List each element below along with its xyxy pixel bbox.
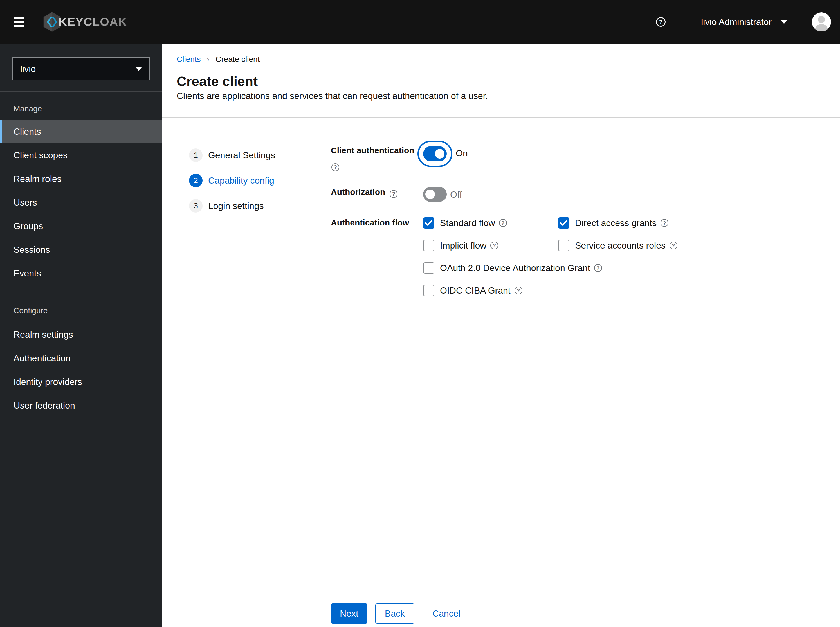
nav-group-manage: ManageClientsClient scopesRealm rolesUse… [0, 105, 162, 285]
realm-name: livio [20, 64, 36, 74]
help-icon[interactable] [656, 17, 666, 27]
sidebar-item-authentication[interactable]: Authentication [0, 347, 162, 370]
wizard-step-capability-config[interactable]: 2Capability config [189, 174, 316, 187]
user-name: livio Administrator [701, 17, 772, 27]
breadcrumb-separator-icon: › [207, 55, 210, 63]
step-label: Login settings [208, 201, 264, 211]
sidebar-item-events[interactable]: Events [0, 262, 162, 285]
wizard-footer: Next Back Cancel [331, 603, 461, 624]
step-number: 1 [189, 148, 202, 162]
flow-option-label: Service accounts roles [575, 240, 666, 251]
next-button[interactable]: Next [331, 603, 367, 624]
sidebar-item-identity-providers[interactable]: Identity providers [0, 370, 162, 394]
sidebar-item-client-scopes[interactable]: Client scopes [0, 143, 162, 167]
checkbox-oauth-2-0-device-authorization-grant[interactable] [423, 262, 434, 274]
authorization-help-icon[interactable] [390, 190, 398, 198]
wizard-step-general-settings[interactable]: 1General Settings [189, 148, 316, 162]
cancel-button[interactable]: Cancel [433, 608, 461, 619]
step-label: General Settings [208, 150, 275, 161]
sidebar-item-realm-roles[interactable]: Realm roles [0, 167, 162, 191]
help-icon-oidc-ciba-grant[interactable] [515, 287, 523, 295]
user-menu[interactable]: livio Administrator [701, 17, 787, 27]
flow-option-oidc-ciba-grant: OIDC CIBA Grant [423, 285, 558, 296]
client-authentication-label: Client authentication [331, 145, 423, 172]
flow-option-implicit-flow: Implicit flow [423, 240, 558, 251]
flow-option-label: OAuth 2.0 Device Authorization Grant [440, 263, 590, 273]
wizard-nav: 1General Settings2Capability config3Logi… [162, 118, 316, 627]
help-icon-standard-flow[interactable] [499, 219, 507, 227]
field-authorization: Authorization Off [331, 187, 840, 202]
breadcrumb-clients[interactable]: Clients [177, 55, 201, 63]
nav-group-configure: ConfigureRealm settingsAuthenticationIde… [0, 306, 162, 417]
capability-config-form: Client authentication On Authorization [316, 118, 840, 627]
flow-option-label: Direct access grants [575, 218, 657, 228]
help-icon-direct-access-grants[interactable] [660, 219, 668, 227]
main-content: Clients › Create client Create client Cl… [162, 44, 840, 627]
sidebar-item-realm-settings[interactable]: Realm settings [0, 323, 162, 347]
flow-option-label: Implicit flow [440, 240, 486, 251]
flow-option-service-accounts-roles: Service accounts roles [558, 240, 677, 251]
nav-toggle-icon[interactable] [14, 17, 24, 27]
page-title: Create client [177, 74, 826, 90]
flow-option-label: OIDC CIBA Grant [440, 285, 511, 296]
help-icon-oauth-2-0-device-authorization-grant[interactable] [594, 264, 602, 272]
checkbox-standard-flow[interactable] [423, 217, 434, 228]
field-client-authentication: Client authentication On [331, 140, 840, 172]
keycloak-admin-console: KEYCLOAK livio Administrator livio Manag… [0, 0, 840, 627]
flow-option-oauth-2-0-device-authorization-grant: OAuth 2.0 Device Authorization Grant [423, 262, 558, 274]
checkbox-oidc-ciba-grant[interactable] [423, 285, 434, 296]
client-authentication-toggle-ring [417, 140, 452, 167]
step-number: 2 [189, 174, 202, 187]
flow-option-standard-flow: Standard flow [423, 217, 558, 228]
realm-selector[interactable]: livio [13, 57, 150, 80]
page-subtitle: Clients are applications and services th… [177, 91, 826, 101]
brand-text: KEYCLOAK [58, 15, 127, 29]
keycloak-logo: KEYCLOAK [42, 11, 127, 33]
flow-option-label: Standard flow [440, 218, 495, 228]
breadcrumb-current: Create client [215, 55, 260, 63]
authorization-label: Authorization [331, 187, 423, 198]
sidebar-item-sessions[interactable]: Sessions [0, 238, 162, 262]
breadcrumb: Clients › Create client [177, 55, 826, 63]
field-authentication-flow: Authentication flow Standard flowDirect … [331, 217, 840, 296]
authorization-toggle[interactable] [423, 187, 447, 202]
client-authentication-state: On [456, 148, 468, 159]
step-number: 3 [189, 199, 202, 213]
sidebar-item-user-federation[interactable]: User federation [0, 394, 162, 417]
sidebar: livio ManageClientsClient scopesRealm ro… [0, 44, 162, 627]
checkbox-implicit-flow[interactable] [423, 240, 434, 251]
checkbox-service-accounts-roles[interactable] [558, 240, 569, 251]
realm-selector-section: livio [0, 44, 162, 92]
back-button[interactable]: Back [375, 603, 414, 624]
caret-down-icon [781, 20, 787, 24]
sidebar-item-groups[interactable]: Groups [0, 214, 162, 238]
sidebar-item-users[interactable]: Users [0, 191, 162, 214]
help-icon-service-accounts-roles[interactable] [669, 241, 677, 249]
help-icon-implicit-flow[interactable] [490, 241, 498, 249]
sidebar-item-clients[interactable]: Clients [0, 120, 162, 143]
flow-option-direct-access-grants: Direct access grants [558, 217, 677, 228]
checkbox-direct-access-grants[interactable] [558, 217, 569, 228]
step-label: Capability config [208, 175, 274, 186]
page-header: Clients › Create client Create client Cl… [162, 44, 840, 118]
chevron-down-icon [136, 67, 142, 71]
wizard-step-login-settings[interactable]: 3Login settings [189, 199, 316, 213]
client-authentication-help-icon[interactable] [332, 163, 339, 171]
authentication-flow-label: Authentication flow [331, 217, 423, 228]
nav-group-title-manage: Manage [14, 105, 162, 113]
authorization-state: Off [450, 189, 462, 200]
avatar [812, 13, 831, 32]
masthead: KEYCLOAK livio Administrator [0, 0, 840, 44]
nav-group-title-configure: Configure [14, 306, 162, 315]
client-authentication-toggle[interactable] [423, 146, 447, 161]
